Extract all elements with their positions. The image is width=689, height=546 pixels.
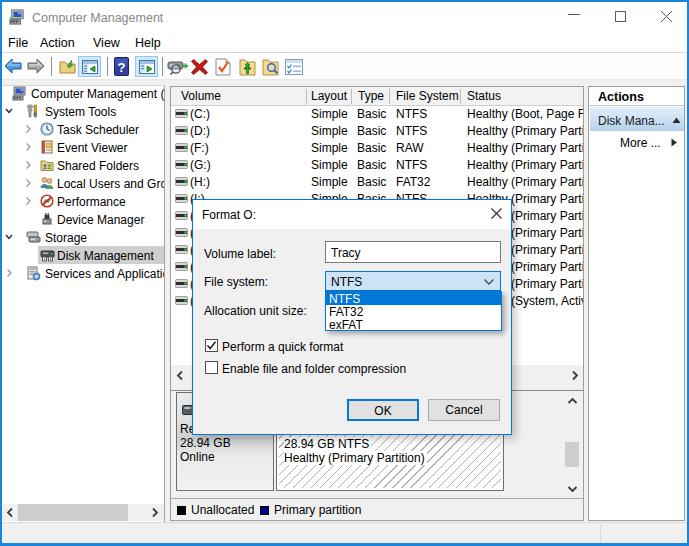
svg-text:?: ? [118,60,126,75]
